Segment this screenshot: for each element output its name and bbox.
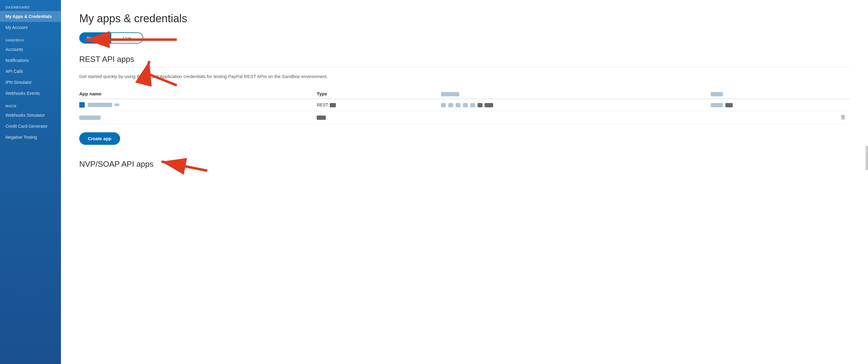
sidebar: DASHBOARD My Apps & Credentials My Accou… [0, 0, 61, 364]
app-name-blurred2 [79, 116, 100, 120]
app-type-cell: REST [317, 99, 441, 111]
create-app-button[interactable]: Create app [79, 132, 120, 145]
sidebar-item-my-apps[interactable]: My Apps & Credentials [0, 11, 61, 22]
sidebar-item-negative-testing[interactable]: Negative Testing [0, 132, 61, 143]
tab-switcher: Sandbox Live [79, 32, 143, 43]
mock-label: MOCK [0, 99, 61, 110]
app-type-cell2 [317, 111, 441, 124]
scroll-indicator[interactable] [866, 146, 868, 170]
sidebar-section-mock: MOCK Webhooks Simulator Credit Card Gene… [0, 99, 61, 143]
rest-api-title: REST API apps [79, 55, 850, 64]
delete-icon[interactable]: 🗑 [841, 114, 846, 120]
sidebar-item-my-account[interactable]: My Account [0, 22, 61, 33]
col-extra1 [441, 89, 711, 99]
type-blurred [330, 103, 336, 107]
tab-sandbox[interactable]: Sandbox [80, 33, 111, 43]
sidebar-item-webhooks-events[interactable]: Webhooks Events [0, 88, 61, 99]
sidebar-item-notifications[interactable]: Notifications [0, 55, 61, 66]
sandbox-label: SANDBOX [0, 33, 61, 44]
col-app-name: App name [79, 89, 317, 99]
main-content: My apps & credentials Sandbox Live REST … [61, 0, 868, 364]
nvp-soap-title: NVP/SOAP API apps [79, 159, 850, 169]
table-row: on REST [79, 99, 850, 111]
rest-api-description: Get started quickly by using the Default… [79, 73, 353, 80]
app-col4 [711, 99, 850, 111]
sidebar-item-ipn-simulator[interactable]: IPN Simulator [0, 77, 61, 88]
rest-section-divider [79, 67, 850, 67]
dashboard-label: DASHBOARD [0, 0, 61, 11]
sidebar-section-dashboard: DASHBOARD My Apps & Credentials My Accou… [0, 0, 61, 33]
app-delete-cell[interactable]: 🗑 [711, 111, 850, 124]
sidebar-item-accounts[interactable]: Accounts [0, 44, 61, 55]
sidebar-item-api-calls[interactable]: API Calls [0, 66, 61, 77]
app-name-suffix: on [115, 102, 120, 107]
col-type: Type [317, 89, 441, 99]
sidebar-item-webhooks-simulator[interactable]: Webhooks Simulator [0, 110, 61, 121]
app-col3 [441, 99, 711, 111]
app-name-blurred [88, 103, 112, 107]
col-extra2 [711, 89, 850, 99]
app-col3-2 [441, 111, 711, 124]
table-row: 🗑 [79, 111, 850, 124]
app-name-cell[interactable]: on [79, 99, 317, 111]
type-blurred2 [317, 116, 326, 120]
app-table: App name Type on REST [79, 89, 850, 124]
page-title: My apps & credentials [79, 12, 850, 25]
sidebar-item-credit-card-generator[interactable]: Credit Card Generator [0, 121, 61, 132]
app-name-cell2[interactable] [79, 111, 317, 124]
app-icon [79, 102, 85, 108]
sidebar-section-sandbox: SANDBOX Accounts Notifications API Calls… [0, 33, 61, 99]
tab-live[interactable]: Live [111, 33, 143, 43]
